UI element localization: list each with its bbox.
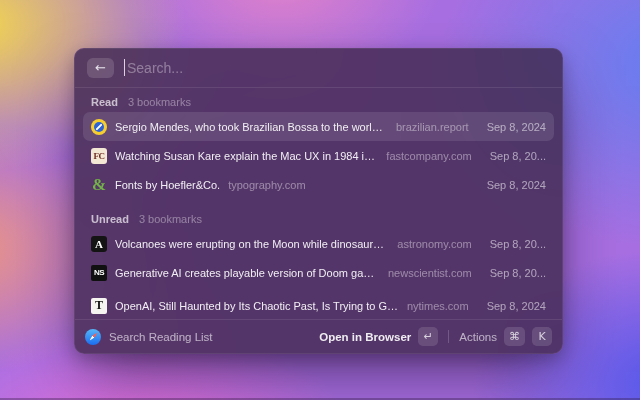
section-label: Unread: [91, 213, 129, 225]
search-input[interactable]: [124, 60, 550, 76]
bookmark-date: Sep 8, 2024: [477, 179, 546, 191]
bookmark-date: Sep 8, 2024: [477, 300, 546, 312]
return-key-icon: ↵: [418, 327, 438, 346]
bookmark-date: Sep 8, 20...: [480, 150, 546, 162]
bookmark-title: Generative AI creates playable version o…: [115, 267, 380, 279]
nytimes-favicon: T: [91, 298, 107, 314]
bookmark-domain: typography.com: [228, 179, 305, 191]
search-input-wrap: [124, 49, 550, 87]
reading-list-window: ← Read 3 bookmarks Sergio Mendes, who to…: [74, 48, 563, 354]
section-count: 3 bookmarks: [128, 96, 191, 108]
bookmark-row[interactable]: T OpenAI, Still Haunted by Its Chaotic P…: [83, 291, 554, 319]
command-name: Search Reading List: [109, 331, 213, 343]
bookmark-row[interactable]: & Fonts by Hoefler&Co. typography.com Se…: [83, 170, 554, 199]
section-count: 3 bookmarks: [139, 213, 202, 225]
astronomy-favicon: A: [91, 236, 107, 252]
safari-compass-icon: [85, 329, 101, 345]
bookmark-domain: astronomy.com: [397, 238, 471, 250]
bookmark-date: Sep 8, 20...: [480, 238, 546, 250]
bookmark-list: Read 3 bookmarks Sergio Mendes, who took…: [75, 88, 562, 319]
bookmark-date: Sep 8, 20...: [480, 267, 546, 279]
command-key-icon: ⌘: [504, 327, 525, 346]
bookmark-row[interactable]: FC Watching Susan Kare explain the Mac U…: [83, 141, 554, 170]
fastcompany-favicon: FC: [91, 148, 107, 164]
bookmark-title: Watching Susan Kare explain the Mac UX i…: [115, 150, 378, 162]
bookmark-title: OpenAI, Still Haunted by Its Chaotic Pas…: [115, 300, 399, 312]
brazilian-report-favicon: [91, 119, 107, 135]
bookmark-domain: nytimes.com: [407, 300, 469, 312]
bookmark-title: Sergio Mendes, who took Brazilian Bossa …: [115, 121, 388, 133]
back-button[interactable]: ←: [87, 58, 114, 78]
bookmark-domain: brazilian.report: [396, 121, 469, 133]
bookmark-title: Fonts by Hoefler&Co.: [115, 179, 220, 191]
footer-actions: Open in Browser ↵ Actions ⌘ K: [319, 327, 552, 346]
action-bar: Search Reading List Open in Browser ↵ Ac…: [75, 319, 562, 353]
bookmark-row[interactable]: NS Generative AI creates playable versio…: [83, 258, 554, 287]
section-label: Read: [91, 96, 118, 108]
section-header-unread: Unread 3 bookmarks: [83, 207, 554, 229]
text-caret: [124, 59, 125, 76]
bookmark-row[interactable]: A Volcanoes were erupting on the Moon wh…: [83, 229, 554, 258]
actions-button[interactable]: Actions: [459, 331, 497, 343]
open-in-browser-button[interactable]: Open in Browser: [319, 331, 411, 343]
bookmark-title: Volcanoes were erupting on the Moon whil…: [115, 238, 389, 250]
k-key-icon: K: [532, 327, 552, 346]
footer-separator: [448, 330, 449, 343]
newscientist-favicon: NS: [91, 265, 107, 281]
bookmark-row[interactable]: Sergio Mendes, who took Brazilian Bossa …: [83, 112, 554, 141]
bookmark-domain: fastcompany.com: [386, 150, 471, 162]
search-bar: ←: [75, 49, 562, 87]
bookmark-domain: newscientist.com: [388, 267, 472, 279]
back-arrow-icon: ←: [95, 60, 106, 75]
hoefler-ampersand-favicon: &: [91, 177, 107, 193]
bookmark-date: Sep 8, 2024: [477, 121, 546, 133]
section-header-read: Read 3 bookmarks: [83, 90, 554, 112]
